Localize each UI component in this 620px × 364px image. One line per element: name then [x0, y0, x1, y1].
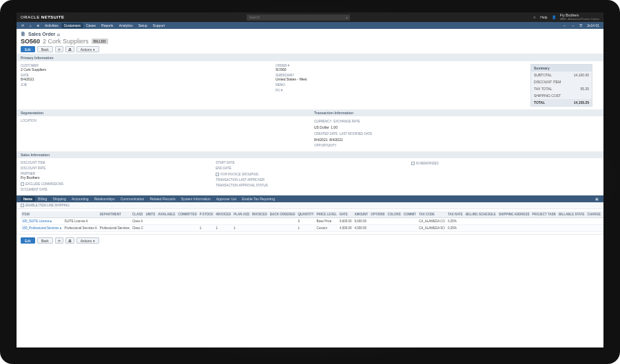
- print-button-footer[interactable]: 🖶: [65, 237, 74, 244]
- tab-system-information[interactable]: System Information: [178, 196, 214, 202]
- col-header[interactable]: TAX RATE: [446, 211, 464, 218]
- approval-status-label: TRANSACTION APPROVAL STATUS: [216, 184, 404, 187]
- edit-button-footer[interactable]: Edit: [21, 237, 35, 244]
- record-id: SO560: [21, 38, 40, 45]
- search-icon[interactable]: ⌕: [346, 15, 348, 19]
- tab-accounting[interactable]: Accounting: [69, 196, 92, 202]
- summary-row: DISCOUNT ITEM: [531, 78, 592, 85]
- expand-icon[interactable]: ▣: [594, 197, 599, 201]
- nav-customers[interactable]: Customers: [61, 23, 83, 28]
- col-header[interactable]: BILLING SCHEDULE: [464, 211, 497, 218]
- col-header[interactable]: CHARGE: [602, 211, 603, 218]
- nav-star-icon[interactable]: ★: [34, 23, 41, 28]
- col-header[interactable]: COLORS: [386, 211, 402, 218]
- col-header[interactable]: OPTIONS: [369, 211, 386, 218]
- col-header[interactable]: BACK ORDERED: [269, 211, 297, 218]
- nav-reports[interactable]: Reports: [99, 23, 116, 28]
- status-badge: BILLED: [92, 39, 108, 44]
- col-header[interactable]: UNITS: [145, 211, 157, 218]
- nav-home-icon[interactable]: ⌂: [27, 23, 34, 28]
- back-button[interactable]: Back: [37, 46, 53, 52]
- col-header[interactable]: COMMITTED: [176, 211, 198, 218]
- nav-setup[interactable]: Setup: [136, 23, 150, 28]
- summary-row: SHIPPING COST: [531, 92, 592, 99]
- record-type: Sales Order: [28, 32, 55, 36]
- edit-button[interactable]: Edit: [21, 46, 35, 52]
- nav-list-icon[interactable]: ☰: [578, 23, 583, 28]
- rate-value: 1.00: [331, 125, 338, 129]
- tab-related-records[interactable]: Related Records: [147, 196, 178, 202]
- ismemo-checkbox[interactable]: [411, 162, 415, 165]
- actions-menu[interactable]: Actions ▾: [76, 46, 99, 52]
- docdate-label: DOCUMENT DATE: [21, 188, 209, 191]
- nav-support[interactable]: Support: [150, 23, 168, 28]
- section-segmentation: Segmentation: [17, 109, 310, 116]
- refresh-button-footer[interactable]: ⟳: [55, 237, 63, 244]
- table-row[interactable]: 100_SUITE License ▸SUITE License AClass …: [21, 218, 603, 225]
- item-link[interactable]: 150_Professional Services ▸: [21, 225, 63, 232]
- col-header[interactable]: COMMIT: [402, 211, 417, 218]
- user-avatar-icon[interactable]: 👤: [552, 15, 556, 19]
- tab-billing[interactable]: Billing: [35, 196, 50, 202]
- brand-logo: ORACLE NETSUITE: [21, 15, 65, 19]
- enable-shipping-checkbox[interactable]: [21, 204, 24, 207]
- subsidiary-value: United States - West: [276, 77, 524, 81]
- nav-analytics[interactable]: Analytics: [116, 23, 136, 28]
- location-label: LOCATION: [21, 119, 306, 122]
- col-header[interactable]: SHIPPING ADDRESS: [497, 211, 531, 218]
- record-search-icon[interactable]: ⌕: [57, 32, 60, 36]
- col-header[interactable]: ITEM: [21, 211, 63, 218]
- table-row[interactable]: 150_Professional Services ▸Professional …: [21, 225, 603, 232]
- record-customer: 2 Cork Suppliers: [43, 38, 89, 45]
- global-search-input[interactable]: [247, 14, 350, 21]
- nav-activities[interactable]: Activities: [42, 23, 61, 28]
- print-button[interactable]: 🖶: [65, 46, 74, 52]
- col-header[interactable]: AVAILABLE: [156, 211, 176, 218]
- invgroup-checkbox[interactable]: [216, 173, 219, 176]
- col-header[interactable]: PLAN ASS: [232, 211, 251, 218]
- nav-back-icon[interactable]: ←: [561, 23, 568, 28]
- col-header[interactable]: CLASS: [131, 211, 145, 218]
- section-sales: Sales Information: [17, 151, 603, 158]
- col-header[interactable]: BILLABLE STATE: [557, 211, 586, 218]
- help-icon[interactable]: Help: [540, 15, 547, 19]
- tab-approver-list[interactable]: Approver List: [214, 196, 239, 202]
- col-header[interactable]: P STOCK: [198, 211, 215, 218]
- job-label: JOB: [21, 83, 269, 87]
- col-header[interactable]: AMOUNT: [353, 211, 369, 218]
- tab-enable-tax-reporting[interactable]: Enable Tax Reporting: [239, 196, 278, 202]
- col-header[interactable]: INVOICED: [251, 211, 269, 218]
- global-search-wrap: ⌕: [247, 14, 350, 21]
- col-header[interactable]: DEPARTMENT: [99, 211, 131, 218]
- col-header[interactable]: QUANTITY: [296, 211, 315, 218]
- refresh-button[interactable]: ⟳: [55, 46, 63, 52]
- user-role-box[interactable]: Fry Brothers 4800 - Advanced Partner Cen…: [560, 14, 599, 21]
- col-header[interactable]: TAX CODE: [417, 211, 446, 218]
- tab-communication[interactable]: Communication: [118, 196, 147, 202]
- page-header: 🗎 Sales Order ⌕ SO560 2 Cork Suppliers B…: [17, 29, 603, 54]
- back-button-footer[interactable]: Back: [37, 237, 53, 244]
- item-link[interactable]: 100_SUITE License ▸: [21, 218, 63, 225]
- tab-relationships[interactable]: Relationships: [92, 196, 118, 202]
- col-header[interactable]: PROJECT TASK: [530, 211, 557, 218]
- col-header[interactable]: INVOICED: [215, 211, 233, 218]
- feedback-icon[interactable]: ☺: [533, 15, 536, 19]
- tab-items[interactable]: Items: [21, 196, 35, 202]
- col-header[interactable]: PRICE LEVEL: [315, 211, 338, 218]
- nav-forward-icon[interactable]: →: [570, 23, 576, 28]
- actions-menu-footer[interactable]: Actions ▾: [76, 237, 99, 244]
- orderno-value: SO560: [276, 67, 524, 72]
- po-label: PO #: [276, 89, 524, 92]
- summary-title: Summary: [531, 65, 592, 72]
- col-header[interactable]: [63, 211, 99, 218]
- exclude-checkbox[interactable]: [21, 182, 24, 186]
- ismemo-label: IS MEMORIZED: [416, 162, 439, 165]
- rate-label: EXCHANGE RATE: [333, 120, 360, 123]
- summary-row: TOTAL14,155.25: [531, 99, 592, 106]
- col-header[interactable]: CHARGE: [586, 211, 603, 218]
- tab-shipping[interactable]: Shipping: [50, 196, 68, 202]
- primary-nav: ⟳ ⌂ ★ ActivitiesCustomersCasesReportsAna…: [17, 22, 603, 29]
- col-header[interactable]: RATE: [338, 211, 353, 218]
- nav-cases[interactable]: Cases: [83, 23, 99, 28]
- nav-refresh-icon[interactable]: ⟳: [19, 23, 26, 28]
